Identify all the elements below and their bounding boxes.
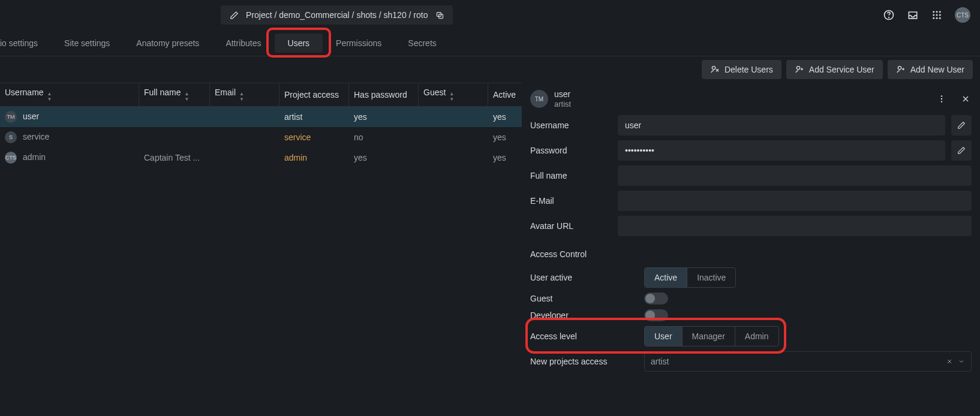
- svg-point-8: [936, 14, 938, 16]
- col-fullname[interactable]: Full name▲▼: [139, 83, 210, 107]
- developer-label: Developer: [530, 311, 638, 320]
- copy-icon[interactable]: [434, 9, 446, 21]
- row-active: yes: [488, 107, 522, 127]
- tab-attributes[interactable]: Attributes: [212, 30, 274, 56]
- access-control-heading: Access Control: [530, 249, 972, 259]
- col-has-password[interactable]: Has password: [349, 83, 419, 107]
- level-manager-button[interactable]: Manager: [683, 327, 735, 346]
- sort-icon: ▲▼: [449, 91, 454, 102]
- svg-point-6: [939, 11, 941, 13]
- sort-icon: ▲▼: [47, 91, 52, 102]
- svg-point-16: [941, 95, 942, 97]
- pencil-icon: [228, 9, 240, 21]
- col-email[interactable]: Email▲▼: [210, 83, 279, 107]
- svg-point-13: [712, 67, 715, 70]
- access-level-label: Access level: [530, 331, 638, 341]
- row-avatar: CTS: [5, 152, 17, 164]
- fullname-label: Full name: [530, 171, 612, 180]
- active-button[interactable]: Active: [645, 268, 687, 287]
- tab-site-settings[interactable]: Site settings: [51, 30, 123, 56]
- row-avatar: S: [5, 131, 17, 143]
- email-input[interactable]: [618, 191, 972, 211]
- level-user-button[interactable]: User: [645, 327, 683, 346]
- svg-point-4: [933, 11, 934, 13]
- row-fullname: [139, 127, 210, 147]
- svg-point-7: [933, 14, 934, 16]
- guest-toggle[interactable]: [644, 293, 668, 305]
- detail-subtitle: artist: [554, 100, 571, 109]
- help-icon[interactable]: [883, 9, 895, 21]
- row-project-access: admin: [279, 147, 349, 168]
- close-icon[interactable]: [960, 93, 972, 105]
- new-projects-access-select[interactable]: artist: [644, 351, 972, 372]
- avatar-url-input[interactable]: [618, 216, 972, 236]
- user-active-label: User active: [530, 273, 638, 282]
- table-row[interactable]: CTSadminCaptain Test ...adminyesyes: [0, 147, 522, 168]
- row-project-access: service: [279, 127, 349, 147]
- new-projects-access-label: New projects access: [530, 357, 638, 366]
- tab-users[interactable]: Users: [275, 34, 323, 53]
- tab-studio-settings[interactable]: io settings: [0, 30, 51, 56]
- row-guest: [419, 127, 488, 147]
- row-has-password: no: [349, 127, 419, 147]
- edit-username-button[interactable]: [951, 115, 972, 135]
- users-table-pane: Username▲▼ Full name▲▼ Email▲▼ Project a…: [0, 83, 522, 416]
- top-bar: Project / demo_Commercial / shots / sh12…: [0, 0, 980, 30]
- detail-title: user: [554, 89, 571, 100]
- edit-password-button[interactable]: [951, 140, 972, 161]
- row-username: user: [23, 111, 39, 121]
- guest-label: Guest: [530, 294, 638, 303]
- add-new-user-button[interactable]: Add New User: [888, 60, 973, 79]
- password-input[interactable]: [618, 140, 945, 161]
- svg-point-12: [939, 17, 941, 19]
- fullname-input[interactable]: [618, 165, 972, 186]
- content-split: Username▲▼ Full name▲▼ Email▲▼ Project a…: [0, 83, 980, 416]
- tab-permissions[interactable]: Permissions: [323, 30, 395, 56]
- row-active: yes: [488, 127, 522, 147]
- level-admin-button[interactable]: Admin: [735, 327, 778, 346]
- user-active-segment: Active Inactive: [644, 267, 736, 288]
- svg-point-17: [941, 98, 942, 100]
- add-service-user-label: Add Service User: [809, 65, 874, 74]
- row-has-password: yes: [349, 107, 419, 127]
- svg-point-14: [796, 67, 799, 70]
- top-right-controls: CTS: [883, 7, 970, 23]
- svg-point-15: [898, 67, 901, 70]
- row-fullname: [139, 107, 210, 127]
- table-row[interactable]: TMuserartistyesyes: [0, 107, 522, 127]
- password-label: Password: [530, 146, 612, 155]
- inbox-icon[interactable]: [907, 9, 919, 21]
- inactive-button[interactable]: Inactive: [687, 268, 735, 287]
- row-username: service: [23, 132, 49, 141]
- more-icon[interactable]: [936, 93, 948, 105]
- col-active[interactable]: Active: [488, 83, 522, 107]
- svg-point-5: [936, 11, 938, 13]
- access-level-segment: User Manager Admin: [644, 326, 779, 346]
- svg-point-18: [941, 101, 942, 102]
- user-detail-pane: TM user artist Username Passwor: [522, 83, 980, 416]
- add-new-user-label: Add New User: [910, 65, 964, 74]
- detail-avatar: TM: [530, 90, 548, 108]
- apps-icon[interactable]: [931, 9, 943, 21]
- new-projects-access-value: artist: [651, 357, 669, 366]
- col-project-access[interactable]: Project access: [279, 83, 349, 107]
- row-has-password: yes: [349, 147, 419, 168]
- row-guest: [419, 107, 488, 127]
- username-label: Username: [530, 120, 612, 130]
- tab-secrets[interactable]: Secrets: [395, 30, 449, 56]
- svg-point-9: [939, 14, 941, 16]
- sort-icon: ▲▼: [239, 91, 244, 102]
- username-input[interactable]: [618, 115, 945, 135]
- add-service-user-button[interactable]: Add Service User: [786, 60, 883, 79]
- breadcrumb-box[interactable]: Project / demo_Commercial / shots / sh12…: [221, 5, 453, 25]
- delete-users-button[interactable]: Delete Users: [702, 60, 781, 79]
- developer-toggle[interactable]: [644, 309, 668, 321]
- col-username[interactable]: Username▲▼: [0, 83, 139, 107]
- avatar-url-label: Avatar URL: [530, 221, 612, 231]
- tab-anatomy-presets[interactable]: Anatomy presets: [123, 30, 212, 56]
- table-row[interactable]: Sserviceservicenoyes: [0, 127, 522, 147]
- row-project-access: artist: [279, 107, 349, 127]
- clear-icon[interactable]: [946, 358, 953, 365]
- avatar[interactable]: CTS: [955, 7, 970, 23]
- col-guest[interactable]: Guest▲▼: [419, 83, 488, 107]
